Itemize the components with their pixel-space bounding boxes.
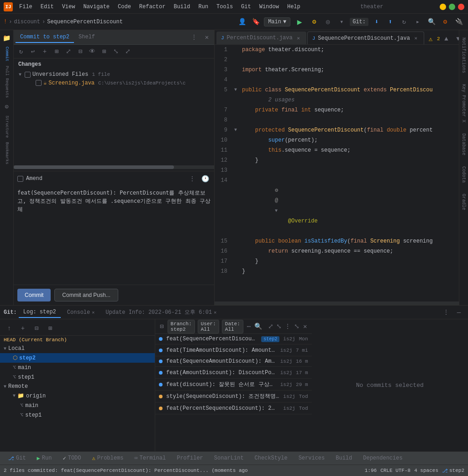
log-close-button[interactable]: ✕ bbox=[302, 321, 308, 332]
branch-filter[interactable]: Branch: step2 bbox=[168, 320, 195, 333]
tab-shelf[interactable]: Shelf bbox=[74, 32, 100, 43]
log-filter-icon[interactable]: ⊟ bbox=[159, 321, 165, 332]
tab-close-sequence[interactable]: ✕ bbox=[413, 35, 419, 42]
status-encoding[interactable]: CRLE UTF-8 bbox=[380, 468, 410, 473]
tab-commit-to-step2[interactable]: Commit to step2 bbox=[16, 32, 74, 43]
commit-row-2[interactable]: feat(SequenceAmountDiscount): AmountDisc… bbox=[155, 356, 312, 367]
commit-row-3[interactable]: feat(AmountDiscount): DiscountPolicy 정책 … bbox=[155, 367, 312, 379]
log-full-button[interactable]: ⤡ bbox=[294, 321, 300, 332]
scrollbar-thumb[interactable] bbox=[14, 165, 174, 169]
maximize-button[interactable]: □ bbox=[449, 4, 455, 10]
origin-main-item[interactable]: ⌥ main bbox=[0, 401, 155, 410]
step1-branch-item[interactable]: ⌥ step1 bbox=[0, 372, 155, 382]
app-build-button[interactable]: Build bbox=[331, 453, 357, 463]
close-button[interactable]: ✕ bbox=[458, 4, 464, 10]
amend-history-button[interactable]: 🕐 bbox=[200, 173, 210, 184]
menu-window[interactable]: Window bbox=[256, 3, 283, 11]
commit-icon[interactable]: Commit bbox=[1, 45, 13, 63]
project-icon[interactable]: 📁 bbox=[1, 32, 13, 44]
settings-button[interactable]: ⚙ bbox=[440, 16, 451, 27]
collapse-button[interactable]: ⤡ bbox=[110, 46, 121, 57]
gradle-tab[interactable]: Gradle bbox=[460, 190, 467, 214]
update-close[interactable]: ✕ bbox=[214, 310, 216, 315]
app-dependencies-button[interactable]: Dependencies bbox=[358, 453, 407, 463]
commit-row-1[interactable]: feat(TimeAmountDiscount): AmountDiscount… bbox=[155, 344, 312, 356]
app-services-button[interactable]: Services bbox=[294, 453, 330, 463]
menu-help[interactable]: Help bbox=[284, 3, 304, 11]
log-collapse-button[interactable]: ⤡ bbox=[276, 321, 282, 332]
local-group-item[interactable]: ▼ Local bbox=[0, 344, 155, 353]
key-promoter-tab[interactable]: Key Promoter X bbox=[460, 80, 467, 126]
app-sonarlint-button[interactable]: SonarLint bbox=[210, 453, 248, 463]
head-branch-item[interactable]: HEAD (Current Branch) bbox=[0, 336, 155, 344]
tab-update-info[interactable]: Update Info: 2022-06-21 오후 6:01 ✕ bbox=[101, 307, 221, 318]
menu-code[interactable]: Code bbox=[114, 3, 135, 11]
bookmarks-icon[interactable]: Bookmarks bbox=[1, 140, 13, 166]
app-problems-button[interactable]: ⚠ Problems bbox=[88, 453, 128, 464]
expand-all-button[interactable]: ⤢ bbox=[63, 46, 74, 57]
menu-build[interactable]: Build bbox=[170, 3, 194, 11]
git-push-button[interactable]: ⬆ bbox=[385, 16, 396, 27]
sort-button[interactable]: ⊞ bbox=[99, 46, 110, 57]
github-icon[interactable]: ⊙ bbox=[1, 101, 13, 113]
status-committed-msg[interactable]: 2 files committed: feat(SequencePercentD… bbox=[4, 468, 248, 473]
user-filter[interactable]: User: All bbox=[198, 320, 219, 333]
breadcrumb-root[interactable]: ! bbox=[4, 19, 7, 25]
vcs-icon[interactable]: 👤 bbox=[237, 16, 247, 27]
menu-edit[interactable]: Edit bbox=[37, 3, 58, 11]
main-branch-item[interactable]: ⌥ main bbox=[0, 363, 155, 372]
remote-group-item[interactable]: ▼ Remote bbox=[0, 382, 155, 391]
file-checkbox[interactable] bbox=[36, 80, 42, 86]
eye-button[interactable]: 👁 bbox=[87, 46, 98, 57]
amend-checkbox[interactable] bbox=[17, 176, 23, 182]
navigate-down-button[interactable]: ▼ bbox=[453, 33, 459, 44]
bottom-options-button[interactable]: ⋮ bbox=[441, 307, 452, 318]
commit-and-push-button[interactable]: Commit and Push... bbox=[54, 289, 118, 301]
log-expand-button[interactable]: ⤢ bbox=[268, 321, 273, 332]
tab-log-step2[interactable]: Log: step2 bbox=[19, 307, 61, 318]
tab-console[interactable]: Console ✕ bbox=[63, 307, 99, 317]
app-todo-button[interactable]: ✓ TODO bbox=[58, 453, 85, 464]
log-more-button[interactable]: ⋯ bbox=[246, 321, 252, 332]
menu-tools[interactable]: Tools bbox=[213, 3, 237, 11]
origin-group-item[interactable]: ▼ 📁 origin bbox=[0, 391, 155, 401]
structure-icon[interactable]: Structure bbox=[1, 114, 13, 140]
menu-git[interactable]: Git bbox=[237, 3, 255, 11]
app-profiler-button[interactable]: Profiler bbox=[172, 453, 208, 463]
tab-percent-discount[interactable]: J PercentDiscount.java ✕ bbox=[216, 32, 306, 44]
bottom-minimize-button[interactable]: — bbox=[453, 307, 464, 318]
plugin-button[interactable]: 🔌 bbox=[453, 16, 464, 27]
menu-view[interactable]: View bbox=[58, 3, 79, 11]
app-checkstyle-button[interactable]: CheckStyle bbox=[250, 453, 292, 463]
add-branch-button[interactable]: + bbox=[17, 323, 28, 334]
commit-row-0[interactable]: feat(SequencePercentDiscount): Percen st… bbox=[155, 334, 312, 344]
breadcrumb-class[interactable]: SequencePercentDiscount bbox=[47, 19, 123, 25]
search-everywhere-button[interactable]: 🔍 bbox=[426, 16, 437, 27]
log-search-button[interactable]: 🔍 bbox=[254, 321, 262, 332]
app-run-button[interactable]: ▶ Run bbox=[32, 453, 57, 464]
menu-file[interactable]: File bbox=[16, 3, 36, 11]
status-indent[interactable]: 4 spaces bbox=[414, 468, 438, 473]
more-run-button[interactable]: ▾ bbox=[336, 16, 347, 27]
screening-java-item[interactable]: ☕ Screening.java C:\Users\is2js\IdeaProj… bbox=[16, 79, 212, 87]
commit-row-5[interactable]: style(SequenceDiscount): 조건정책명이 구상증에서 is… bbox=[155, 391, 312, 402]
menu-run[interactable]: Run bbox=[195, 3, 212, 11]
expand-arrow[interactable]: ▼ bbox=[17, 72, 23, 77]
amend-options-button[interactable]: ⋮ bbox=[187, 173, 198, 184]
console-close[interactable]: ✕ bbox=[92, 310, 95, 315]
maximize-panel-button[interactable]: ⤢ bbox=[122, 46, 133, 57]
pull-requests-icon[interactable]: Pull Requests bbox=[1, 64, 13, 100]
codota-tab[interactable]: Codota bbox=[460, 163, 467, 186]
warning-icon[interactable]: ⚠ bbox=[425, 33, 436, 44]
commit-close-button[interactable]: ✕ bbox=[201, 32, 212, 43]
unversioned-checkbox[interactable] bbox=[25, 72, 31, 78]
app-terminal-button[interactable]: ⌨ Terminal bbox=[130, 453, 170, 464]
database-tab[interactable]: Database bbox=[460, 130, 467, 159]
navigate-up-button[interactable]: ▲ bbox=[441, 33, 452, 44]
menu-navigate[interactable]: Navigate bbox=[79, 3, 113, 11]
menu-refactor[interactable]: Refactor bbox=[136, 3, 169, 11]
minimize-button[interactable]: — bbox=[440, 4, 446, 10]
run-button[interactable]: ▶ bbox=[293, 16, 306, 28]
commit-button[interactable]: Commit bbox=[17, 289, 51, 301]
go-to-head-button[interactable]: ↑ bbox=[4, 323, 15, 334]
